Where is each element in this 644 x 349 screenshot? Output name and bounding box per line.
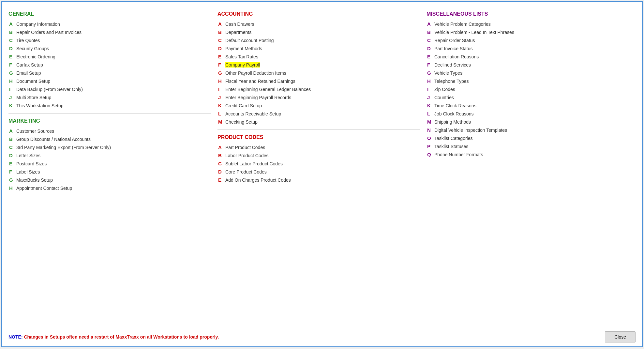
- list-item[interactable]: DPart Invoice Status: [427, 45, 629, 52]
- list-item[interactable]: IData Backup (From Server Only): [8, 86, 211, 92]
- list-item[interactable]: MShipping Methods: [427, 119, 629, 125]
- list-item[interactable]: NDigital Vehicle Inspection Templates: [427, 127, 629, 133]
- item-letter: H: [9, 185, 16, 191]
- item-text: Labor Product Codes: [225, 153, 268, 158]
- item-letter: D: [218, 169, 225, 174]
- list-item[interactable]: LAccounts Receivable Setup: [217, 111, 420, 117]
- list-item[interactable]: ESales Tax Rates: [217, 53, 420, 60]
- list-item[interactable]: HDocument Setup: [8, 78, 211, 84]
- item-letter: L: [218, 111, 225, 116]
- list-item[interactable]: ACompany Information: [8, 21, 211, 27]
- list-item[interactable]: IZip Codes: [427, 86, 629, 92]
- list-item[interactable]: DPayment Methods: [217, 45, 420, 52]
- list-item[interactable]: GEmail Setup: [8, 70, 211, 76]
- list-item[interactable]: ACash Drawers: [217, 21, 420, 27]
- item-letter: H: [9, 78, 16, 84]
- list-item[interactable]: JCountries: [427, 94, 629, 100]
- list-item[interactable]: GMaxxBucks Setup: [8, 177, 211, 183]
- list-item[interactable]: PTasklist Statuses: [427, 143, 629, 149]
- list-item[interactable]: KTime Clock Reasons: [427, 102, 629, 109]
- list-item[interactable]: DLetter Sizes: [8, 152, 211, 159]
- list-item[interactable]: DSecurity Groups: [8, 45, 211, 52]
- list-item[interactable]: BRepair Orders and Part Invoices: [8, 29, 211, 35]
- accounting-items: ACash DrawersBDepartmentsCDefault Accoun…: [217, 21, 420, 125]
- item-text: Multi Store Setup: [16, 95, 51, 100]
- columns-wrapper: GENERAL ACompany InformationBRepair Orde…: [8, 8, 636, 193]
- list-item[interactable]: BLabor Product Codes: [217, 152, 420, 159]
- list-item[interactable]: FCompany Payroll: [217, 62, 420, 68]
- list-item[interactable]: HAppointment Contact Setup: [8, 185, 211, 191]
- item-letter: L: [427, 111, 434, 116]
- list-item[interactable]: EElectronic Ordering: [8, 53, 211, 60]
- list-item[interactable]: EAdd On Charges Product Codes: [217, 177, 420, 183]
- item-letter: F: [218, 62, 225, 68]
- list-item[interactable]: FLabel Sizes: [8, 169, 211, 175]
- item-text: Customer Sources: [16, 129, 54, 134]
- item-letter: I: [427, 86, 434, 92]
- item-text: Job Clock Reasons: [434, 111, 474, 116]
- list-item[interactable]: ECancellation Reasons: [427, 53, 629, 60]
- list-item[interactable]: OTasklist Categories: [427, 135, 629, 141]
- item-text: Vehicle Problem - Lead In Text Phrases: [434, 30, 514, 35]
- item-letter: G: [427, 70, 434, 76]
- list-item[interactable]: CTire Quotes: [8, 37, 211, 43]
- item-letter: E: [9, 161, 16, 166]
- item-letter: C: [9, 38, 16, 43]
- list-item[interactable]: JEnter Beginning Payroll Records: [217, 94, 420, 100]
- item-text: Phone Number Formats: [434, 152, 483, 157]
- note-prefix: NOTE:: [8, 334, 24, 340]
- list-item[interactable]: GVehicle Types: [427, 70, 629, 76]
- list-item[interactable]: FDeclined Services: [427, 62, 629, 68]
- list-item[interactable]: C3rd Party Marketing Export (From Server…: [8, 144, 211, 150]
- item-letter: E: [9, 54, 16, 59]
- list-item[interactable]: CDefault Account Posting: [217, 37, 420, 43]
- list-item[interactable]: ACustomer Sources: [8, 128, 211, 134]
- item-letter: M: [427, 119, 434, 125]
- item-text: Carfax Setup: [16, 62, 43, 68]
- item-text: Electronic Ordering: [16, 54, 55, 59]
- item-text: Departments: [225, 30, 251, 35]
- list-item[interactable]: EPostcard Sizes: [8, 160, 211, 167]
- item-text: Checking Setup: [225, 119, 258, 125]
- item-letter: F: [9, 169, 16, 174]
- item-text: Shipping Methods: [434, 119, 471, 125]
- list-item[interactable]: HTelephone Types: [427, 78, 629, 84]
- item-text: Postcard Sizes: [16, 161, 47, 166]
- item-text: Sublet Labor Product Codes: [225, 161, 283, 166]
- list-item[interactable]: HFiscal Year and Retained Earnings: [217, 78, 420, 84]
- list-item[interactable]: QPhone Number Formats: [427, 151, 629, 158]
- list-item[interactable]: LJob Clock Reasons: [427, 111, 629, 117]
- misc-items: AVehicle Problem CategoriesBVehicle Prob…: [427, 21, 629, 158]
- close-button[interactable]: Close: [605, 331, 636, 342]
- list-item[interactable]: CSublet Labor Product Codes: [217, 160, 420, 167]
- list-item[interactable]: BVehicle Problem - Lead In Text Phrases: [427, 29, 629, 35]
- list-item[interactable]: DCore Product Codes: [217, 169, 420, 175]
- list-item[interactable]: KThis Workstation Setup: [8, 102, 211, 109]
- product-codes-items: APart Product CodesBLabor Product CodesC…: [217, 144, 420, 183]
- list-item[interactable]: BDepartments: [217, 29, 420, 35]
- item-letter: F: [9, 62, 16, 68]
- item-text: Repair Order Status: [434, 38, 475, 43]
- general-header: GENERAL: [8, 11, 211, 17]
- item-text: MaxxBucks Setup: [16, 177, 53, 183]
- list-item[interactable]: GOther Payroll Deduction Items: [217, 70, 420, 76]
- list-item[interactable]: CRepair Order Status: [427, 37, 629, 43]
- item-letter: J: [9, 95, 16, 100]
- list-item[interactable]: APart Product Codes: [217, 144, 420, 150]
- list-item[interactable]: FCarfax Setup: [8, 62, 211, 68]
- list-item[interactable]: KCredit Card Setup: [217, 102, 420, 109]
- list-item[interactable]: JMulti Store Setup: [8, 94, 211, 100]
- item-text: Zip Codes: [434, 87, 455, 92]
- item-letter: B: [218, 153, 225, 158]
- item-letter: H: [218, 78, 225, 84]
- item-text: Payment Methods: [225, 46, 262, 51]
- list-item[interactable]: AVehicle Problem Categories: [427, 21, 629, 27]
- item-letter: B: [218, 29, 225, 35]
- item-text: Default Account Posting: [225, 38, 274, 43]
- list-item[interactable]: BGroup Discounts / National Accounts: [8, 136, 211, 142]
- list-item[interactable]: MChecking Setup: [217, 119, 420, 125]
- item-text: Core Product Codes: [225, 169, 267, 174]
- item-letter: J: [427, 95, 434, 100]
- item-letter: H: [427, 78, 434, 84]
- list-item[interactable]: IEnter Beginning General Ledger Balances: [217, 86, 420, 92]
